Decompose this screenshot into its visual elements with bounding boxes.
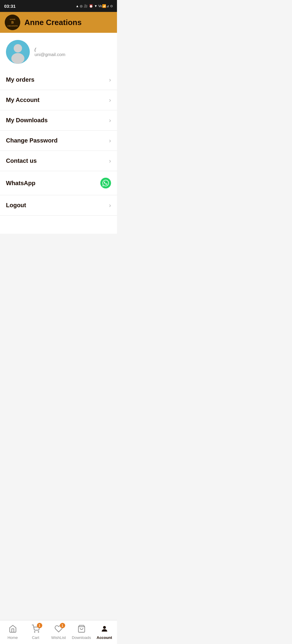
- status-icons: ▲ ◎ 🎥 ⏰ ▼ Vo📶⊿ ⊙: [76, 4, 113, 8]
- profile-section: ( uni@gmail.com: [0, 33, 117, 67]
- menu-item-my-account[interactable]: My Account ›: [0, 90, 117, 110]
- profile-email: uni@gmail.com: [35, 52, 111, 57]
- chevron-right-icon-password: ›: [109, 137, 111, 144]
- status-time: 03:31: [4, 4, 15, 9]
- status-icon-network: ⏰ ▼ Vo📶⊿: [89, 4, 109, 8]
- menu-item-change-password[interactable]: Change Password ›: [0, 131, 117, 151]
- profile-name: (: [35, 47, 111, 52]
- menu-item-label-my-orders: My orders: [6, 76, 35, 83]
- menu-item-label-whatsapp: WhatsApp: [6, 180, 35, 187]
- whatsapp-icon: [100, 178, 111, 188]
- menu-item-label-change-password: Change Password: [6, 137, 57, 144]
- profile-info: ( uni@gmail.com: [35, 47, 111, 57]
- menu-item-label-contact-us: Contact us: [6, 157, 37, 164]
- svg-text:CREATIONS: CREATIONS: [7, 25, 18, 27]
- svg-point-6: [11, 53, 24, 64]
- app-header: ANNE B CREATIONS Anne Creations: [0, 12, 117, 33]
- menu-item-my-downloads[interactable]: My Downloads ›: [0, 110, 117, 131]
- chevron-right-icon-logout: ›: [109, 202, 111, 209]
- avatar-svg: [6, 40, 30, 64]
- status-icon-signal: ▲ ◎ 🎥: [76, 4, 88, 8]
- chevron-right-icon-orders: ›: [109, 76, 111, 83]
- menu-item-logout[interactable]: Logout ›: [0, 195, 117, 216]
- menu-item-contact-us[interactable]: Contact us ›: [0, 151, 117, 171]
- chevron-right-icon-downloads: ›: [109, 117, 111, 124]
- menu-item-whatsapp[interactable]: WhatsApp: [0, 171, 117, 195]
- avatar: [6, 40, 30, 64]
- app-logo: ANNE B CREATIONS: [5, 15, 20, 30]
- menu-item-label-logout: Logout: [6, 202, 26, 209]
- chevron-right-icon-contact: ›: [109, 157, 111, 164]
- svg-text:B: B: [11, 20, 14, 24]
- menu-item-my-orders[interactable]: My orders ›: [0, 70, 117, 90]
- app-title: Anne Creations: [24, 18, 82, 27]
- status-icon-battery: ⊙: [110, 4, 113, 8]
- menu-item-label-my-downloads: My Downloads: [6, 117, 48, 124]
- menu-item-label-my-account: My Account: [6, 97, 40, 103]
- status-bar: 03:31 ▲ ◎ 🎥 ⏰ ▼ Vo📶⊿ ⊙: [0, 0, 117, 12]
- main-content: ( uni@gmail.com My orders › My Account ›…: [0, 33, 117, 234]
- chevron-right-icon-account: ›: [109, 97, 111, 103]
- svg-point-5: [14, 44, 22, 52]
- menu-list: My orders › My Account › My Downloads › …: [0, 70, 117, 216]
- logo-svg: ANNE B CREATIONS: [5, 15, 20, 30]
